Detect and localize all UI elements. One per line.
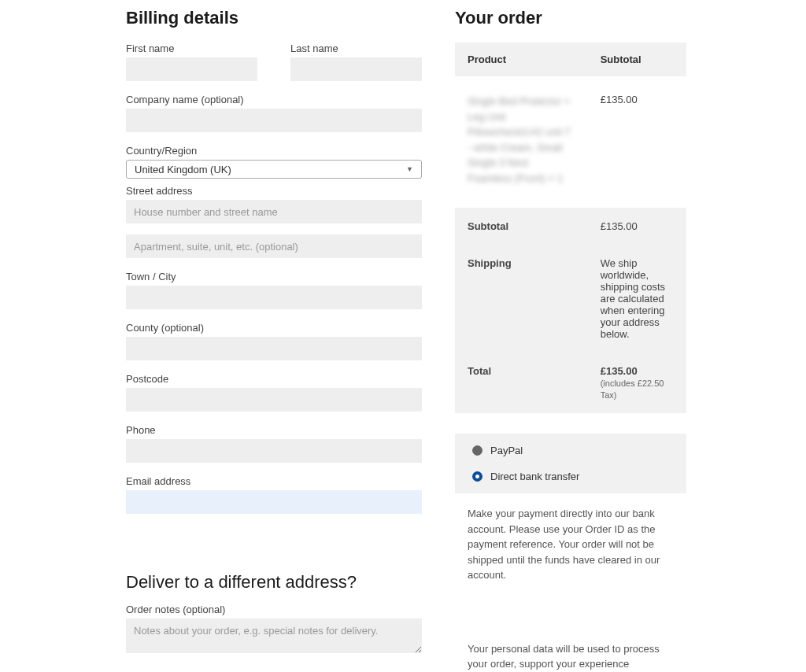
paypal-label: PayPal	[490, 445, 523, 456]
first-name-input[interactable]	[126, 57, 257, 81]
privacy-text: Your personal data will be used to proce…	[468, 643, 660, 673]
postcode-label: Postcode	[126, 373, 422, 385]
bacs-description: Make your payment directly into our bank…	[455, 493, 686, 597]
shipping-text: We ship worldwide, shipping costs are ca…	[588, 245, 686, 353]
phone-label: Phone	[126, 424, 422, 436]
order-table: Product Subtotal Single Bed Protector + …	[455, 42, 686, 413]
product-col-header: Product	[455, 42, 588, 76]
chevron-down-icon: ▼	[406, 165, 413, 173]
company-label: Company name (optional)	[126, 94, 422, 105]
country-label: Country/Region	[126, 145, 422, 157]
email-input[interactable]	[126, 490, 422, 514]
town-label: Town / City	[126, 271, 422, 282]
total-label: Total	[455, 353, 588, 413]
postcode-input[interactable]	[126, 388, 422, 412]
order-heading: Your order	[455, 8, 686, 28]
subtotal-label: Subtotal	[455, 208, 588, 245]
shipping-heading: Deliver to a different address?	[126, 572, 422, 593]
total-value: £135.00	[601, 365, 638, 377]
paypal-option[interactable]: PayPal	[455, 434, 686, 467]
street2-input[interactable]	[126, 234, 422, 258]
phone-input[interactable]	[126, 439, 422, 463]
last-name-label: Last name	[290, 42, 422, 54]
bacs-option[interactable]: Direct bank transfer	[455, 467, 686, 493]
street1-input[interactable]	[126, 200, 422, 223]
town-input[interactable]	[126, 286, 422, 309]
radio-selected-icon	[472, 471, 482, 482]
company-input[interactable]	[126, 109, 422, 132]
payment-box: PayPal Direct bank transfer	[455, 434, 686, 493]
county-input[interactable]	[126, 337, 422, 360]
notes-input[interactable]	[126, 618, 422, 653]
county-label: County (optional)	[126, 322, 422, 334]
billing-heading: Billing details	[126, 8, 422, 28]
notes-label: Order notes (optional)	[126, 604, 422, 615]
street-label: Street address	[126, 185, 422, 197]
country-select[interactable]: United Kingdom (UK) ▼	[126, 160, 422, 179]
last-name-input[interactable]	[290, 57, 422, 81]
product-price: £135.00	[588, 76, 686, 208]
product-name: Single Bed Protector + Leg Unit Pillowch…	[468, 95, 571, 184]
country-value: United Kingdom (UK)	[135, 164, 231, 175]
radio-icon	[472, 445, 482, 456]
subtotal-col-header: Subtotal	[588, 42, 686, 76]
bacs-label: Direct bank transfer	[490, 471, 579, 482]
privacy-box: Your personal data will be used to proce…	[455, 629, 686, 673]
subtotal-value: £135.00	[588, 208, 686, 245]
first-name-label: First name	[126, 42, 257, 54]
email-label: Email address	[126, 475, 422, 487]
shipping-label: Shipping	[455, 245, 588, 353]
total-includes: (includes £22.50 Tax)	[601, 378, 664, 400]
